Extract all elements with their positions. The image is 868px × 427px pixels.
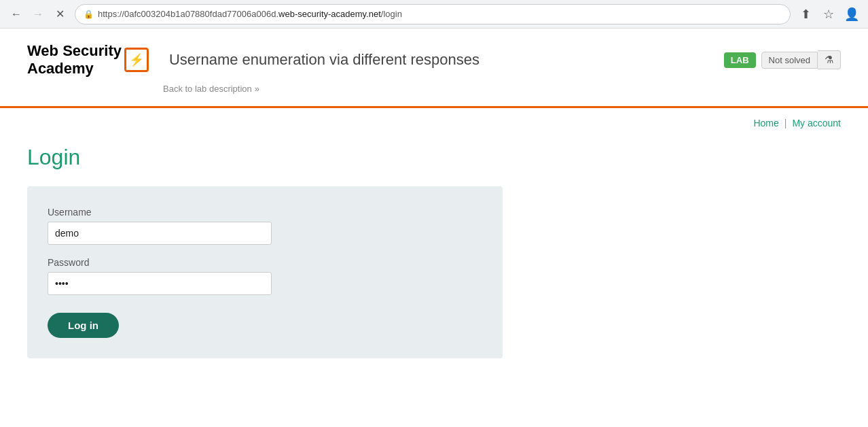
lock-icon: 🔒 (84, 10, 94, 19)
login-form-container: Username Password Log in (27, 186, 503, 358)
nav-buttons: ← → ✕ (7, 5, 69, 24)
sub-header: Back to lab description » (0, 78, 868, 94)
logo-text: Web Security Academy (27, 42, 122, 78)
chevron-right-icon: » (255, 84, 259, 94)
logo: Web Security Academy ⚡ (27, 42, 149, 78)
password-input[interactable] (48, 272, 272, 295)
main-content: Login Username Password Log in (0, 138, 868, 386)
lab-status-group: Not solved ⚗ (761, 50, 841, 69)
back-link-text: Back to lab description (163, 84, 252, 94)
header-right: LAB Not solved ⚗ (724, 50, 841, 69)
nav-separator: | (784, 118, 787, 129)
flask-button[interactable]: ⚗ (818, 50, 841, 69)
login-button[interactable]: Log in (48, 313, 119, 338)
address-bar[interactable]: 🔒 https://0afc003204b1a07880fdad77006a00… (75, 4, 791, 24)
password-group: Password (48, 257, 482, 295)
my-account-link[interactable]: My account (792, 118, 841, 129)
username-group: Username (48, 207, 482, 245)
username-input[interactable] (48, 222, 272, 245)
profile-icon[interactable]: 👤 (842, 5, 861, 24)
nav-links: Home | My account (0, 108, 868, 138)
forward-button[interactable]: → (29, 5, 48, 24)
browser-chrome: ← → ✕ 🔒 https://0afc003204b1a07880fdad77… (0, 0, 868, 29)
address-url: https://0afc003204b1a07880fdad77006a006d… (98, 9, 782, 19)
reload-button[interactable]: ✕ (50, 5, 69, 24)
header-left: Web Security Academy ⚡ Username enumerat… (27, 42, 480, 78)
logo-icon: ⚡ (124, 48, 149, 72)
back-to-lab-link[interactable]: Back to lab description » (163, 84, 841, 94)
back-button[interactable]: ← (7, 5, 26, 24)
site-header: Web Security Academy ⚡ Username enumerat… (0, 29, 868, 78)
home-link[interactable]: Home (753, 118, 778, 129)
password-label: Password (48, 257, 482, 268)
share-icon[interactable]: ⬆ (796, 5, 815, 24)
lab-title: Username enumeration via different respo… (169, 51, 480, 69)
bookmark-icon[interactable]: ☆ (819, 5, 838, 24)
page-wrapper: Web Security Academy ⚡ Username enumerat… (0, 29, 868, 427)
username-label: Username (48, 207, 482, 218)
browser-actions: ⬆ ☆ 👤 (796, 5, 861, 24)
lab-badge: LAB (724, 52, 756, 68)
page-title: Login (27, 145, 841, 170)
not-solved-label: Not solved (761, 52, 818, 69)
